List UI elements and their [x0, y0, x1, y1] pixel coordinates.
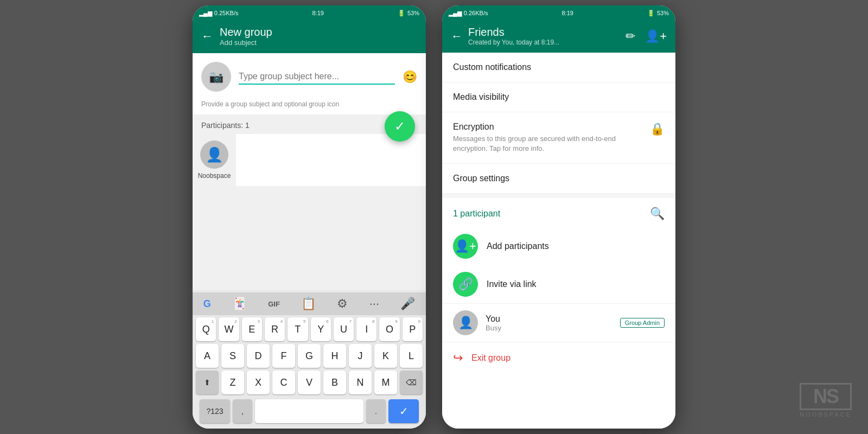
battery-pct-1: 53% — [407, 10, 419, 16]
battery-1: 🔋 53% — [398, 10, 419, 17]
key-V[interactable]: V — [298, 371, 321, 394]
invite-link-icon: 🔗 — [453, 272, 478, 297]
exit-group-item[interactable]: ↪ Exit group — [442, 342, 675, 374]
status-signal-1: ▂▄▆ 0.25KB/s — [199, 10, 238, 17]
user-name: You — [486, 314, 612, 324]
key-row-2: A S D F G H J K L — [196, 344, 423, 368]
google-icon[interactable]: G — [203, 298, 211, 310]
space-key[interactable] — [255, 399, 363, 423]
user-avatar: 👤 — [453, 310, 478, 335]
lock-icon: 🔒 — [650, 122, 665, 136]
emoji-icon[interactable]: 😊 — [403, 70, 417, 84]
shift-key[interactable]: ⬆ — [196, 371, 219, 394]
subject-input[interactable] — [239, 69, 395, 85]
hint-text: Provide a group subject and optional gro… — [193, 100, 426, 114]
app-header-2: ← Friends Created by You, today at 8:19.… — [442, 21, 675, 53]
backspace-key[interactable]: ⌫ — [400, 371, 423, 394]
custom-notifications-item[interactable]: Custom notifications — [442, 53, 675, 82]
ns-logo: NS — [800, 383, 852, 410]
keyboard-toolbar: G 🃏 GIF 📋 ⚙ ··· 🎤 — [193, 292, 426, 315]
period-key[interactable]: . — [366, 399, 386, 423]
comma-key[interactable]: , — [233, 399, 252, 423]
key-X[interactable]: X — [247, 371, 270, 394]
invite-link-item[interactable]: 🔗 Invite via link — [442, 265, 675, 303]
add-participant-icon[interactable]: 👤+ — [645, 29, 667, 43]
key-U[interactable]: U7 — [334, 317, 354, 341]
mic-icon[interactable]: 🎤 — [400, 297, 415, 311]
key-M[interactable]: M — [374, 371, 397, 394]
speed-label-2: 0.26KB/s — [464, 10, 488, 16]
photo-subject-area: 📷 😊 — [193, 53, 426, 100]
invite-link-label: Invite via link — [487, 279, 537, 289]
key-Y[interactable]: Y6 — [311, 317, 331, 341]
key-N[interactable]: N — [349, 371, 372, 394]
exit-label: Exit group — [471, 353, 510, 363]
edit-icon[interactable]: ✏ — [626, 29, 635, 43]
search-icon[interactable]: 🔍 — [650, 207, 665, 221]
key-C[interactable]: C — [272, 371, 295, 394]
participant-avatar: 👤 — [200, 141, 228, 169]
key-Q[interactable]: Q1 — [196, 317, 216, 341]
key-Z[interactable]: Z — [221, 371, 244, 394]
time-1: 8:19 — [312, 10, 323, 16]
time-2: 8:19 — [561, 10, 573, 16]
group-settings-item[interactable]: Group settings — [442, 164, 675, 194]
add-participants-item[interactable]: 👤+ Add participants — [442, 227, 675, 265]
key-D[interactable]: D — [247, 344, 270, 368]
phone-2: ▂▄▆ 0.26KB/s 8:19 🔋 53% ← Friends Create… — [442, 5, 675, 429]
key-T[interactable]: T5 — [288, 317, 308, 341]
encryption-item[interactable]: Encryption Messages to this group are se… — [442, 112, 675, 164]
camera-button[interactable]: 📷 — [201, 62, 231, 92]
key-O[interactable]: O9 — [379, 317, 399, 341]
phone-1: ▂▄▆ 0.25KB/s 8:19 🔋 53% ← New group Add … — [193, 5, 426, 429]
encryption-text: Encryption Messages to this group are se… — [453, 122, 644, 154]
settings-icon[interactable]: ⚙ — [337, 297, 348, 311]
battery-icon-1: 🔋 — [398, 10, 405, 17]
media-visibility-item[interactable]: Media visibility — [442, 82, 675, 112]
key-row-1: Q1 W2 E3 R4 T5 Y6 U7 I8 O9 P0 — [196, 317, 423, 341]
add-participants-icon: 👤+ — [453, 234, 478, 259]
confirm-fab[interactable]: ✓ — [385, 111, 415, 142]
exit-icon: ↪ — [453, 351, 463, 365]
key-B[interactable]: B — [323, 371, 346, 394]
user-status: Busy — [486, 324, 612, 332]
bottom-row: ?123 , . ✓ — [193, 399, 426, 426]
encryption-subtitle: Messages to this group are secured with … — [453, 134, 644, 154]
key-J[interactable]: J — [349, 344, 372, 368]
key-I[interactable]: I8 — [356, 317, 376, 341]
speed-label-1: 0.25KB/s — [214, 10, 239, 16]
key-G[interactable]: G — [298, 344, 321, 368]
key-F[interactable]: F — [272, 344, 295, 368]
group-admin-badge: Group Admin — [620, 318, 665, 328]
sticker-icon[interactable]: 🃏 — [232, 297, 247, 311]
user-item[interactable]: 👤 You Busy Group Admin — [442, 303, 675, 342]
battery-pct-2: 53% — [657, 10, 669, 16]
key-L[interactable]: L — [400, 344, 423, 368]
encryption-title: Encryption — [453, 122, 644, 132]
status-bar-phone1: ▂▄▆ 0.25KB/s 8:19 🔋 53% — [193, 5, 426, 21]
key-H[interactable]: H — [323, 344, 346, 368]
participant-name: Noobspace — [198, 172, 231, 180]
key-R[interactable]: R4 — [265, 317, 285, 341]
enter-key[interactable]: ✓ — [388, 399, 419, 423]
gif-button[interactable]: GIF — [268, 300, 280, 308]
key-W[interactable]: W2 — [219, 317, 239, 341]
header-icons: ✏ 👤+ — [626, 29, 667, 43]
num-key[interactable]: ?123 — [200, 399, 230, 423]
more-icon[interactable]: ··· — [369, 297, 379, 311]
key-S[interactable]: S — [221, 344, 244, 368]
key-E[interactable]: E3 — [242, 317, 262, 341]
key-A[interactable]: A — [196, 344, 219, 368]
keyboard-rows: Q1 W2 E3 R4 T5 Y6 U7 I8 O9 P0 A S D F — [193, 315, 426, 399]
clipboard-icon[interactable]: 📋 — [301, 297, 316, 311]
group-settings-label: Group settings — [453, 174, 509, 183]
back-arrow-2[interactable]: ← — [451, 29, 463, 43]
header-text-2: Friends Created by You, today at 8:19... — [468, 26, 620, 46]
group-subtitle: Created by You, today at 8:19... — [468, 39, 620, 46]
back-arrow-1[interactable]: ← — [201, 29, 213, 43]
section-divider — [442, 194, 675, 198]
key-K[interactable]: K — [374, 344, 397, 368]
add-participants-label: Add participants — [487, 241, 549, 251]
key-P[interactable]: P0 — [403, 317, 423, 341]
app-subtitle-1: Add subject — [220, 39, 417, 47]
